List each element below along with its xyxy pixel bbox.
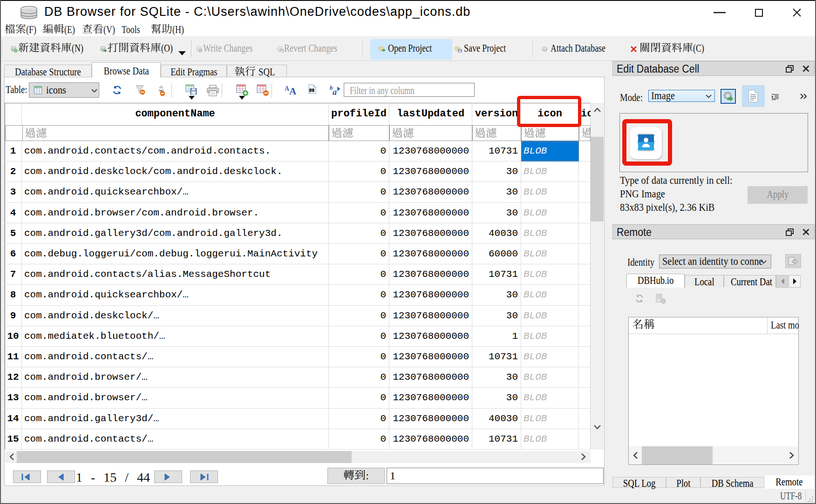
- svg-text:a: a: [333, 87, 337, 95]
- svg-text:A: A: [289, 86, 297, 95]
